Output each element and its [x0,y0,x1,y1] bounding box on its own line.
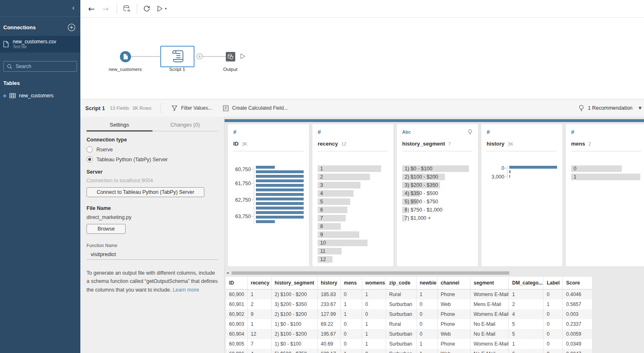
table-cell[interactable]: 185.83 [317,289,340,300]
table-cell[interactable]: 60,900 [226,289,247,300]
table-cell[interactable]: Surburban [386,339,416,349]
radio-tabpy[interactable]: Tableau Python (TabPy) Server [87,156,218,162]
category-row[interactable]: 8 [318,223,388,230]
table-cell[interactable]: 60,903 [226,319,247,329]
tab-changes[interactable]: Changes (0) [152,119,218,131]
table-cell[interactable]: 0.003 [562,309,592,319]
category-row[interactable]: 3 [318,182,388,188]
histogram-bar[interactable] [256,170,304,173]
table-cell[interactable]: 0 [416,299,437,309]
category-row[interactable]: 12 [318,256,388,263]
table-cell[interactable]: 0.0047 [562,349,592,353]
table-cell[interactable]: 0 [362,309,386,319]
category-row[interactable]: 6) $750 - $1,000 [402,207,473,213]
radio-rserve[interactable]: Rserve [87,146,218,153]
histogram-bar[interactable] [509,170,511,173]
scroll-left-icon[interactable]: ◄ [226,271,229,275]
table-cell[interactable]: Womens E-Mail [470,339,508,349]
table-cell[interactable]: Phone [437,289,470,300]
category-row[interactable]: 3) $200 - $350 [402,182,473,188]
learn-more-link[interactable]: Learn more [173,287,199,293]
table-cell[interactable]: 0 [362,349,386,353]
histogram-bar[interactable] [256,207,304,209]
table-cell[interactable]: 40.69 [317,339,340,349]
histogram-bar[interactable] [256,175,304,178]
profile-card-history_segment[interactable]: Abchistory_segment71) $0 - $1002) $100 -… [397,124,478,266]
table-cell[interactable]: 1 [362,329,386,339]
table-cell[interactable]: 0.5657 [562,299,592,309]
table-cell[interactable]: 60,902 [226,309,247,319]
table-cell[interactable]: 2) $100 - $200 [271,329,317,339]
category-row[interactable]: 10 [318,240,388,246]
table-cell[interactable]: 1 [340,349,362,353]
table-cell[interactable]: 0.4046 [562,289,592,300]
category-row[interactable]: 7 [318,215,388,221]
table-cell[interactable]: 5 [508,329,543,339]
profile-card-history[interactable]: #history3K03,000 [481,124,562,266]
column-header-zip_code[interactable]: zip_code [386,277,416,289]
table-cell[interactable]: 0 [416,309,437,319]
connection-item-new-customers[interactable]: new_customers.csv Text file [0,35,80,53]
table-cell[interactable]: 0 [543,289,562,300]
category-row[interactable]: 6 [318,207,388,213]
category-row[interactable]: 1 [571,174,642,180]
browse-button[interactable]: Browse [87,224,126,234]
table-cell[interactable]: 0.0349 [562,339,592,349]
add-connection-icon[interactable] [68,24,75,31]
category-row[interactable]: 1 [318,165,388,172]
table-cell[interactable]: 60,901 [226,299,247,309]
table-cell[interactable]: 0 [543,319,562,329]
histogram-bar[interactable] [256,184,304,187]
table-cell[interactable]: 1 [362,319,386,329]
table-cell[interactable]: 629.17 [317,349,340,353]
table-cell[interactable]: 0 [543,329,562,339]
table-cell[interactable]: 5) $500 - $750 [271,349,317,353]
table-cell[interactable]: 1 [362,289,386,300]
search-input[interactable]: Search [3,61,77,72]
histogram-bar[interactable] [256,188,304,191]
histogram-bar[interactable] [256,166,275,169]
table-cell[interactable]: Web [437,299,470,309]
table-cell[interactable]: 1 [416,289,437,300]
table-cell[interactable]: Web [437,349,470,353]
table-cell[interactable]: Phone [437,309,470,319]
flow-node-script[interactable] [160,46,194,67]
table-cell[interactable]: Rural [386,319,416,329]
run-output-icon[interactable] [240,53,246,59]
table-cell[interactable]: 7 [247,339,271,349]
column-header-newbie[interactable]: newbie [416,277,437,289]
recommendations-dropdown[interactable]: 1 Recommendation ▼ [578,105,644,112]
table-cell[interactable]: Surburban [386,299,416,309]
table-cell[interactable]: 1 [508,289,543,300]
table-cell[interactable]: 1) $0 - $100 [271,339,317,349]
scrollbar-thumb[interactable] [232,271,509,275]
table-cell[interactable]: 12 [247,329,271,339]
column-header-mens[interactable]: mens [340,277,362,289]
table-cell[interactable]: Womens E-Mail [470,289,508,300]
profile-card-mens[interactable]: #mens201 [566,124,644,266]
table-cell[interactable]: 4 [508,309,543,319]
column-header-segment[interactable]: segment [470,277,508,289]
table-cell[interactable]: 1 [340,309,362,319]
table-cell[interactable]: Surburban [386,349,416,353]
category-row[interactable]: 0 [571,165,642,172]
category-row[interactable]: 4) $350 - $500 [402,190,473,197]
table-cell[interactable]: Surburban [386,309,416,319]
table-cell[interactable]: 60,904 [226,329,247,339]
category-row[interactable]: 11 [318,248,388,254]
function-name-input[interactable]: visitpredict [87,250,218,260]
table-cell[interactable]: 3) $200 - $350 [271,299,317,309]
sidebar-item-new-customers[interactable]: new_customers [0,89,80,102]
column-header-Score[interactable]: Score [562,277,592,289]
category-row[interactable]: 5 [318,198,388,205]
category-row[interactable]: 9 [318,231,388,238]
histogram-bar[interactable] [256,179,304,182]
table-cell[interactable]: 127.99 [317,309,340,319]
column-header-ID[interactable]: ID [226,277,247,289]
table-cell[interactable]: Rural [386,289,416,300]
histogram-bar[interactable] [256,216,304,219]
add-step-icon[interactable] [197,53,203,59]
table-cell[interactable]: 0 [543,339,562,349]
category-row[interactable]: 5) $500 - $750 [402,198,473,205]
table-cell[interactable]: 1 [416,339,437,349]
